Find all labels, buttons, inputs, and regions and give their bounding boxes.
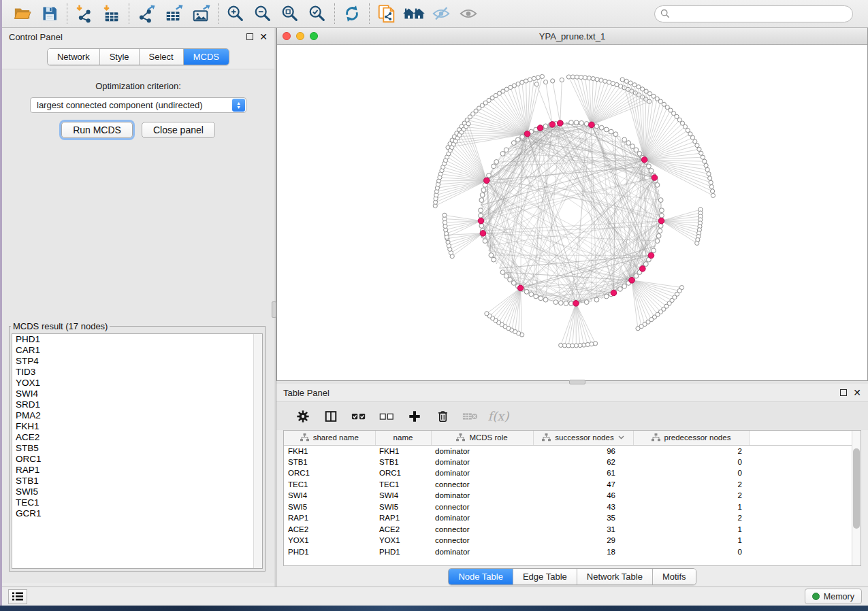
cell-mcds-role[interactable]: connector	[431, 535, 533, 546]
cell-shared-name[interactable]: SWI4	[284, 490, 375, 501]
zoom-out-button[interactable]	[249, 2, 276, 25]
cell-successor-nodes[interactable]: 43	[533, 501, 633, 513]
cell-name[interactable]: SWI5	[375, 501, 431, 513]
run-mcds-button[interactable]: Run MCDS	[61, 122, 133, 138]
network-canvas[interactable]	[277, 45, 867, 380]
import-table-button[interactable]	[98, 2, 125, 25]
refresh-button[interactable]	[338, 2, 366, 25]
cell-shared-name[interactable]: TEC1	[284, 479, 375, 491]
show-columns-button[interactable]	[319, 406, 342, 427]
close-panel-button[interactable]: Close panel	[142, 122, 215, 138]
cell-mcds-role[interactable]: dominator	[431, 467, 533, 479]
mcds-result-item[interactable]: GCR1	[12, 508, 262, 519]
mcds-result-item[interactable]: PHD1	[12, 334, 262, 345]
first-neighbors-button[interactable]	[400, 2, 428, 25]
table-row[interactable]: TEC1TEC1connector472	[284, 479, 861, 491]
table-row[interactable]: YOX1YOX1connector291	[284, 535, 861, 546]
column-header-predecessor-nodes[interactable]: predecessor nodes	[633, 431, 749, 445]
cell-name[interactable]: FKH1	[375, 445, 431, 457]
export-network-button[interactable]	[133, 2, 160, 25]
cell-mcds-role[interactable]: dominator	[431, 445, 533, 457]
tab-motifs[interactable]: Motifs	[653, 569, 696, 584]
mcds-result-item[interactable]: STP4	[12, 356, 262, 367]
column-header-name[interactable]: name	[375, 431, 431, 445]
mcds-result-item[interactable]: SRD1	[12, 399, 262, 410]
import-network-button[interactable]	[71, 2, 98, 25]
cell-successor-nodes[interactable]: 61	[533, 467, 633, 479]
mcds-result-item[interactable]: FKH1	[12, 421, 262, 432]
cell-name[interactable]: ORC1	[375, 467, 431, 479]
cell-mcds-role[interactable]: connector	[431, 479, 533, 491]
cell-successor-nodes[interactable]: 62	[533, 457, 633, 468]
criterion-select[interactable]: largest connected component (undirected)…	[30, 97, 246, 113]
cell-mcds-role[interactable]: connector	[431, 501, 533, 513]
cell-mcds-role[interactable]: dominator	[431, 512, 533, 524]
cell-mcds-role[interactable]: dominator	[431, 457, 533, 468]
table-settings-button[interactable]	[291, 406, 315, 427]
export-image-button[interactable]	[187, 2, 214, 25]
tab-node-table[interactable]: Node Table	[449, 569, 513, 584]
save-session-button[interactable]	[36, 2, 63, 25]
cell-shared-name[interactable]: STB1	[284, 457, 375, 468]
cell-mcds-role[interactable]: connector	[431, 524, 533, 535]
cell-shared-name[interactable]: ORC1	[284, 467, 375, 479]
mcds-result-item[interactable]: ORC1	[12, 454, 262, 465]
table-row[interactable]: FKH1FKH1dominator962	[284, 445, 861, 457]
cell-predecessor-nodes[interactable]: 2	[633, 490, 749, 501]
cell-successor-nodes[interactable]: 29	[533, 535, 633, 546]
cell-successor-nodes[interactable]: 35	[533, 512, 633, 524]
cell-successor-nodes[interactable]: 96	[533, 445, 633, 457]
network-window-titlebar[interactable]: YPA_prune.txt_1	[277, 28, 867, 45]
cell-predecessor-nodes[interactable]: 0	[633, 457, 749, 468]
cell-mcds-role[interactable]: dominator	[431, 490, 533, 501]
close-panel-icon[interactable]: ✕	[853, 389, 861, 396]
mcds-result-item[interactable]: SWI4	[12, 389, 262, 399]
select-all-button[interactable]	[347, 406, 370, 427]
mcds-result-item[interactable]: ACE2	[12, 432, 262, 443]
cell-name[interactable]: YOX1	[375, 535, 431, 546]
table-row[interactable]: RAP1RAP1dominator352	[284, 512, 861, 524]
tab-style[interactable]: Style	[100, 49, 140, 65]
column-header-successor-nodes[interactable]: successor nodes	[533, 431, 633, 445]
cell-predecessor-nodes[interactable]: 1	[633, 501, 749, 513]
vertical-splitter-handle[interactable]	[272, 301, 276, 318]
memory-button[interactable]: Memory	[805, 589, 862, 604]
task-history-button[interactable]	[8, 589, 27, 604]
mcds-result-list[interactable]: PHD1CAR1STP4TID3YOX1SWI4SRD1PMA2FKH1ACE2…	[12, 333, 263, 569]
show-all-button[interactable]	[455, 2, 482, 25]
tab-edge-table[interactable]: Edge Table	[513, 569, 577, 584]
cell-predecessor-nodes[interactable]: 1	[633, 524, 749, 535]
table-row[interactable]: ORC1ORC1dominator610	[284, 467, 861, 479]
delete-column-button[interactable]	[431, 406, 454, 427]
mcds-result-item[interactable]: TEC1	[12, 497, 262, 508]
cell-predecessor-nodes[interactable]: 2	[633, 445, 749, 457]
search-input[interactable]	[673, 9, 847, 19]
cell-predecessor-nodes[interactable]: 2	[633, 512, 749, 524]
column-header-mcds-role[interactable]: MCDS role	[431, 431, 533, 445]
cell-name[interactable]: ACE2	[375, 524, 431, 535]
cell-successor-nodes[interactable]: 18	[533, 546, 633, 558]
table-row[interactable]: SWI5SWI5connector431	[284, 501, 861, 513]
horizontal-splitter-handle[interactable]	[569, 380, 585, 384]
zoom-fit-button[interactable]	[276, 2, 304, 25]
table-row[interactable]: STB1STB1dominator620	[284, 457, 861, 468]
tab-mcds[interactable]: MCDS	[184, 49, 229, 65]
tab-select[interactable]: Select	[140, 49, 184, 65]
mcds-result-item[interactable]: PMA2	[12, 410, 262, 421]
table-row[interactable]: SWI4SWI4dominator462	[284, 490, 861, 501]
cell-name[interactable]: SWI4	[375, 490, 431, 501]
table-scrollbar-thumb[interactable]	[853, 448, 860, 529]
close-panel-icon[interactable]: ✕	[259, 33, 268, 40]
cell-shared-name[interactable]: ACE2	[284, 524, 375, 535]
mcds-result-item[interactable]: CAR1	[12, 345, 262, 356]
float-panel-icon[interactable]	[246, 33, 253, 40]
mcds-result-item[interactable]: STB1	[12, 476, 262, 486]
cell-predecessor-nodes[interactable]: 2	[633, 479, 749, 491]
cell-shared-name[interactable]: RAP1	[284, 512, 375, 524]
cell-predecessor-nodes[interactable]: 0	[633, 467, 749, 479]
tab-network-table[interactable]: Network Table	[577, 569, 653, 584]
cell-successor-nodes[interactable]: 47	[533, 479, 633, 491]
cell-name[interactable]: RAP1	[375, 512, 431, 524]
mcds-result-item[interactable]: STB5	[12, 443, 262, 454]
clone-network-button[interactable]	[373, 2, 400, 25]
